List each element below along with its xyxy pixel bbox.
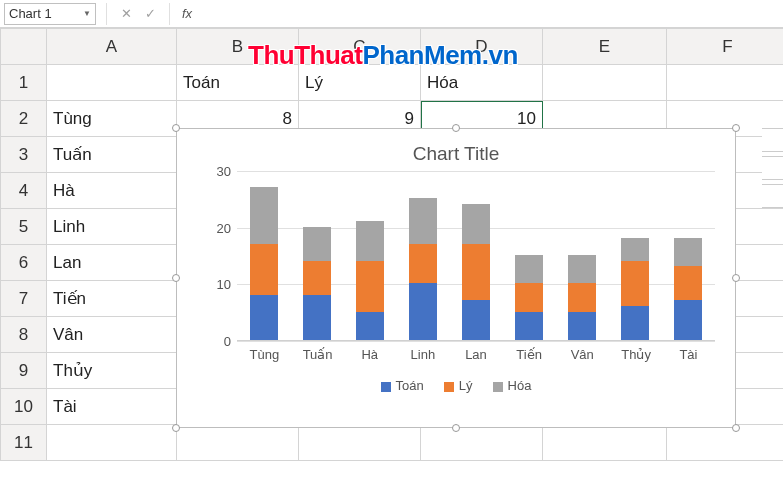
chart-bar-segment[interactable] <box>515 312 543 340</box>
row-header-5[interactable]: 5 <box>1 209 47 245</box>
col-header-f[interactable]: F <box>667 29 784 65</box>
spreadsheet-grid[interactable]: A B C D E F 1 Toán Lý Hóa 2 Tùng 8 9 10 … <box>0 28 783 461</box>
cell-A3[interactable]: Tuấn <box>47 137 177 173</box>
resize-handle-ml[interactable] <box>172 274 180 282</box>
col-header-e[interactable]: E <box>543 29 667 65</box>
cell-A11[interactable] <box>47 425 177 461</box>
chart-bar-segment[interactable] <box>409 283 437 340</box>
row-header-1[interactable]: 1 <box>1 65 47 101</box>
name-box[interactable]: Chart 1 ▼ <box>4 3 96 25</box>
row-header-3[interactable]: 3 <box>1 137 47 173</box>
formula-bar-input[interactable] <box>200 3 779 25</box>
chart-bar-segment[interactable] <box>356 261 384 312</box>
chart-title[interactable]: Chart Title <box>177 129 735 171</box>
chart-bar[interactable] <box>568 255 596 340</box>
resize-handle-bc[interactable] <box>452 424 460 432</box>
col-header-c[interactable]: C <box>299 29 421 65</box>
cell-E11[interactable] <box>543 425 667 461</box>
cell-A9[interactable]: Thủy <box>47 353 177 389</box>
cell-A1[interactable] <box>47 65 177 101</box>
resize-handle-br[interactable] <box>732 424 740 432</box>
chart-bar-segment[interactable] <box>462 244 490 301</box>
cell-B1[interactable]: Toán <box>177 65 299 101</box>
chart-legend-item[interactable]: Lý <box>444 378 473 393</box>
cell-F1[interactable] <box>667 65 784 101</box>
chart-bar-segment[interactable] <box>462 204 490 244</box>
chart-bar-segment[interactable] <box>303 261 331 295</box>
chart-bar[interactable] <box>515 255 543 340</box>
chart-bar[interactable] <box>303 227 331 340</box>
chart-bar-segment[interactable] <box>462 300 490 340</box>
col-header-a[interactable]: A <box>47 29 177 65</box>
chart-bar-segment[interactable] <box>674 266 702 300</box>
chart-legend-item[interactable]: Toán <box>381 378 424 393</box>
chart-bar-segment[interactable] <box>356 221 384 261</box>
col-header-d[interactable]: D <box>421 29 543 65</box>
chart-bar-segment[interactable] <box>515 255 543 283</box>
separator <box>169 3 170 25</box>
cell-C1[interactable]: Lý <box>299 65 421 101</box>
chart-legend-item[interactable]: Hóa <box>493 378 532 393</box>
chart-bar-segment[interactable] <box>409 244 437 284</box>
row-header-8[interactable]: 8 <box>1 317 47 353</box>
chart-elements-button[interactable] <box>762 128 783 152</box>
chart-bar-segment[interactable] <box>621 238 649 261</box>
chart-bar[interactable] <box>621 238 649 340</box>
chart-plot-area[interactable]: 0102030 <box>237 171 715 341</box>
row-header-4[interactable]: 4 <box>1 173 47 209</box>
cell-D11[interactable] <box>421 425 543 461</box>
chart-bar-segment[interactable] <box>250 244 278 295</box>
cell-A7[interactable]: Tiến <box>47 281 177 317</box>
resize-handle-mr[interactable] <box>732 274 740 282</box>
cell-E1[interactable] <box>543 65 667 101</box>
cell-C11[interactable] <box>299 425 421 461</box>
chart-bar[interactable] <box>674 238 702 340</box>
chart-bar-segment[interactable] <box>568 283 596 311</box>
chart-bar-segment[interactable] <box>515 283 543 311</box>
cell-A8[interactable]: Vân <box>47 317 177 353</box>
chart-bar-segment[interactable] <box>568 312 596 340</box>
chart-bar[interactable] <box>409 198 437 340</box>
row-header-6[interactable]: 6 <box>1 245 47 281</box>
cell-A10[interactable]: Tài <box>47 389 177 425</box>
chart-bar-segment[interactable] <box>568 255 596 283</box>
chart-bar-segment[interactable] <box>250 295 278 340</box>
resize-handle-tr[interactable] <box>732 124 740 132</box>
row-header-11[interactable]: 11 <box>1 425 47 461</box>
fx-icon[interactable]: fx <box>180 6 194 21</box>
col-header-b[interactable]: B <box>177 29 299 65</box>
cell-A4[interactable]: Hà <box>47 173 177 209</box>
chart-bar-segment[interactable] <box>356 312 384 340</box>
chart-styles-button[interactable] <box>762 156 783 180</box>
chart-bar[interactable] <box>250 187 278 340</box>
chart-bar-segment[interactable] <box>674 300 702 340</box>
chart-bar-segment[interactable] <box>621 261 649 306</box>
chart-bar[interactable] <box>356 221 384 340</box>
chart-filters-button[interactable] <box>762 184 783 208</box>
chart-x-tick: Tài <box>674 347 702 362</box>
chart-bar-segment[interactable] <box>674 238 702 266</box>
chart-legend[interactable]: ToánLýHóa <box>177 378 735 393</box>
chart-bar-segment[interactable] <box>250 187 278 244</box>
chart-bar-segment[interactable] <box>621 306 649 340</box>
cell-A2[interactable]: Tùng <box>47 101 177 137</box>
row-header-9[interactable]: 9 <box>1 353 47 389</box>
row-header-7[interactable]: 7 <box>1 281 47 317</box>
resize-handle-bl[interactable] <box>172 424 180 432</box>
chart-bar-segment[interactable] <box>303 295 331 340</box>
cell-A6[interactable]: Lan <box>47 245 177 281</box>
cell-B11[interactable] <box>177 425 299 461</box>
select-all-corner[interactable] <box>1 29 47 65</box>
name-box-dropdown-icon[interactable]: ▼ <box>83 9 91 18</box>
chart-bar[interactable] <box>462 204 490 340</box>
chart-bar-segment[interactable] <box>409 198 437 243</box>
chart-object[interactable]: Chart Title 0102030 TùngTuấnHàLinhLanTiế… <box>176 128 736 428</box>
resize-handle-tc[interactable] <box>452 124 460 132</box>
cell-A5[interactable]: Linh <box>47 209 177 245</box>
cell-D1[interactable]: Hóa <box>421 65 543 101</box>
row-header-2[interactable]: 2 <box>1 101 47 137</box>
resize-handle-tl[interactable] <box>172 124 180 132</box>
cell-F11[interactable] <box>667 425 784 461</box>
row-header-10[interactable]: 10 <box>1 389 47 425</box>
chart-bar-segment[interactable] <box>303 227 331 261</box>
